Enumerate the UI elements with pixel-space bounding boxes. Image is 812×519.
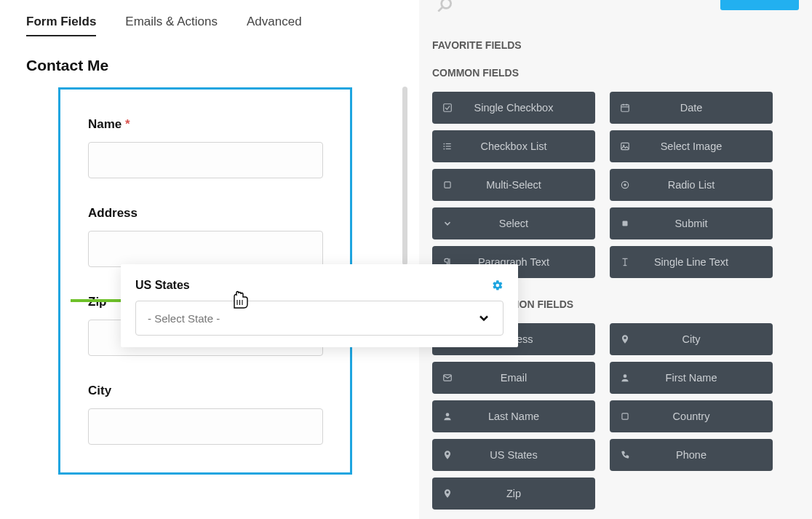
svg-point-27 xyxy=(446,413,450,416)
field-label-name: Name * xyxy=(88,117,322,132)
field-type-label: Checkbox List xyxy=(463,140,595,152)
svg-line-4 xyxy=(438,7,442,12)
field-type-radio-list[interactable]: Radio List xyxy=(610,169,773,201)
field-type-label: City xyxy=(640,333,773,345)
radio-icon xyxy=(610,180,640,190)
field-label-name-text: Name xyxy=(88,117,122,131)
field-type-label: First Name xyxy=(640,372,773,384)
svg-point-3 xyxy=(442,0,451,8)
field-type-select[interactable]: Select xyxy=(432,207,595,239)
square-icon xyxy=(610,411,640,421)
state-select[interactable]: - Select State - xyxy=(135,301,503,336)
square-filled-icon xyxy=(610,218,640,229)
field-type-first-name[interactable]: First Name xyxy=(610,362,773,394)
field-type-label: Submit xyxy=(640,218,773,229)
scrollbar[interactable] xyxy=(402,87,407,265)
svg-rect-18 xyxy=(445,182,450,188)
city-input[interactable] xyxy=(88,408,323,445)
field-type-label: Zip xyxy=(463,488,595,499)
required-marker: * xyxy=(125,117,130,131)
field-type-label: Last Name xyxy=(463,411,595,422)
svg-point-15 xyxy=(443,148,445,150)
field-type-label: Single Checkbox xyxy=(463,102,595,114)
field-label-city: City xyxy=(88,384,322,398)
envelope-icon xyxy=(432,373,463,383)
list-icon xyxy=(432,141,463,151)
field-type-phone[interactable]: Phone xyxy=(610,439,773,471)
chevron-down-icon xyxy=(432,218,463,229)
user-icon xyxy=(432,411,463,421)
common-fields-grid: Single CheckboxDateCheckbox ListSelect I… xyxy=(432,92,799,278)
pin-icon xyxy=(610,334,640,344)
svg-rect-21 xyxy=(623,221,628,226)
tab-form-fields[interactable]: Form Fields xyxy=(26,15,96,36)
name-input[interactable] xyxy=(88,142,323,178)
field-type-label: Email xyxy=(463,372,595,384)
page-title: Contact Me xyxy=(26,57,419,74)
svg-point-14 xyxy=(443,146,445,147)
field-name: Name * xyxy=(88,117,322,178)
primary-action-button[interactable] xyxy=(720,0,799,10)
field-label-address: Address xyxy=(88,206,322,221)
field-type-label: Single Line Text xyxy=(640,256,773,268)
user-fields-grid: AddressCityEmailFirst NameLast NameCount… xyxy=(432,323,799,510)
checkbox-checked-icon xyxy=(432,103,463,113)
drag-card-title: US States xyxy=(135,279,190,292)
tab-advanced[interactable]: Advanced xyxy=(247,15,302,36)
field-type-email[interactable]: Email xyxy=(432,362,595,394)
text-cursor-icon xyxy=(610,257,640,267)
chevron-down-icon xyxy=(477,311,491,325)
field-address: Address xyxy=(88,206,322,267)
svg-point-26 xyxy=(624,374,627,378)
field-type-label: Multi-Select xyxy=(463,179,595,191)
field-type-zip[interactable]: Zip xyxy=(432,478,595,510)
calendar-icon xyxy=(610,103,640,113)
svg-rect-6 xyxy=(621,105,629,111)
address-input[interactable] xyxy=(88,231,323,267)
pin-icon xyxy=(432,488,463,499)
svg-point-13 xyxy=(443,143,445,145)
favorite-fields-heading: FAVORITE FIELDS xyxy=(432,39,799,51)
svg-point-20 xyxy=(624,183,626,186)
field-city: City xyxy=(88,384,322,445)
field-type-label: US States xyxy=(463,449,595,461)
field-type-city[interactable]: City xyxy=(610,323,773,355)
field-type-checkbox-list[interactable]: Checkbox List xyxy=(432,130,595,162)
svg-rect-28 xyxy=(622,413,628,419)
field-type-country[interactable]: Country xyxy=(610,400,773,432)
state-select-placeholder: - Select State - xyxy=(148,312,220,325)
square-icon xyxy=(432,180,463,190)
field-type-label: Country xyxy=(640,411,773,422)
field-type-label: Date xyxy=(640,102,773,114)
field-type-label: Phone xyxy=(640,449,773,461)
field-type-label: Select Image xyxy=(640,140,773,152)
field-type-label: Radio List xyxy=(640,179,773,191)
svg-rect-5 xyxy=(444,104,452,112)
gear-icon[interactable] xyxy=(492,280,503,291)
search-icon[interactable] xyxy=(435,0,454,15)
builder-tabs: Form Fields Emails & Actions Advanced xyxy=(26,15,419,36)
field-type-date[interactable]: Date xyxy=(610,92,773,124)
pin-icon xyxy=(432,450,463,460)
field-type-single-line-text[interactable]: Single Line Text xyxy=(610,246,773,278)
image-icon xyxy=(610,141,640,151)
field-type-label: Select xyxy=(463,218,595,229)
common-fields-heading: COMMON FIELDS xyxy=(432,67,799,79)
user-icon xyxy=(610,373,640,383)
field-type-submit[interactable]: Submit xyxy=(610,207,773,239)
field-type-us-states[interactable]: US States xyxy=(432,439,595,471)
field-type-single-checkbox[interactable]: Single Checkbox xyxy=(432,92,595,124)
drop-indicator xyxy=(71,299,122,302)
phone-icon xyxy=(610,450,640,460)
field-type-select-image[interactable]: Select Image xyxy=(610,130,773,162)
field-type-multi-select[interactable]: Multi-Select xyxy=(432,169,595,201)
tab-emails-actions[interactable]: Emails & Actions xyxy=(125,15,218,36)
drag-preview-us-states[interactable]: US States - Select State - xyxy=(121,264,518,347)
svg-rect-16 xyxy=(621,143,629,149)
field-type-last-name[interactable]: Last Name xyxy=(432,400,595,432)
